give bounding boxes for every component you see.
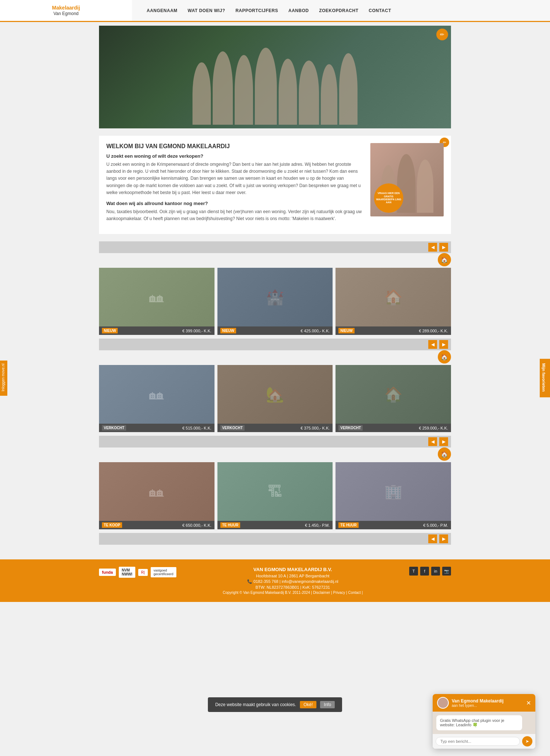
welcome-image: VRAAG HIER EEN GRATIS WAARDEBEPA LING AA… <box>370 143 444 216</box>
property-card-5[interactable]: 🏡 VERKOCHT € 375.000,- K.K. <box>217 365 333 432</box>
footer-contact: VAN EGMOND MAKELAARDIJ B.V. Hoofdstraat … <box>187 567 398 595</box>
property-card-9[interactable]: 🏢 TE HUUR € 5.000,- P.M. <box>336 462 451 529</box>
footer-social: T f in 📷 <box>409 567 451 576</box>
property-card-1[interactable]: 🏘 NIEUW € 399.000,- K.K. <box>99 268 214 335</box>
welcome-text: ✏ WELKOM BIJ VAN EGMOND MAKELAARDIJ U zo… <box>106 143 363 227</box>
property-footer-4: VERKOCHT € 515.000,- K.K. <box>99 424 214 432</box>
property-img-4: 🏘 <box>99 365 214 424</box>
footer-address: Hoofdstraat 10 A | 2861 AP Bergambacht <box>187 574 398 578</box>
right-sidebar-text: Mijn favorieten <box>542 363 546 392</box>
property-img-7: 🏘 <box>99 462 214 521</box>
nav-zoekopdracht[interactable]: ZOEKOPDRACHT <box>319 8 358 13</box>
logo-sub: Van Egmond <box>52 11 80 16</box>
price-6: € 259.000,- K.K. <box>419 426 448 430</box>
next-arrow-2[interactable]: ▶ <box>439 340 448 349</box>
property-section-koop-huur: ◀ ▶ 🏠 🏘 TE KOOP € 650.000,- K.K. 🏗 <box>99 436 451 529</box>
property-footer-9: TE HUUR € 5.000,- P.M. <box>336 521 451 529</box>
welcome-title: WELKOM BIJ VAN EGMOND MAKELAARDIJ <box>106 143 363 150</box>
site-footer: funda NVMNWWI R| vastgoedgecertificeerd … <box>0 559 550 602</box>
property-grid-koop-huur: 🏘 TE KOOP € 650.000,- K.K. 🏗 TE HUUR € 1… <box>99 462 451 529</box>
welcome-subtitle1: U zoekt een woning of wilt deze verkopen… <box>106 153 363 159</box>
welcome-body2: Nou, taxaties bijvoorbeeld. Ook zijn wij… <box>106 208 363 222</box>
footer-copyright: Copyright © Van Egmond Makelaardij B.V. … <box>187 591 398 595</box>
hero-image <box>99 26 451 128</box>
social-linkedin[interactable]: in <box>431 567 440 576</box>
property-img-5: 🏡 <box>217 365 333 424</box>
social-twitter[interactable]: T <box>409 567 418 576</box>
property-nav-bar-3: ◀ ▶ <box>99 436 451 448</box>
footer-btw: BTW: NL823727863B01 | KvK: 57627231 <box>187 585 398 589</box>
next-arrow-1[interactable]: ▶ <box>439 243 448 252</box>
funda-icon-1: 🏠 <box>438 253 451 266</box>
property-footer-5: VERKOCHT € 375.000,- K.K. <box>217 424 333 432</box>
nav-contact[interactable]: CONTACT <box>369 8 391 13</box>
hero-section: ✏ <box>99 26 451 128</box>
footer-nav-bar: ◀ ▶ <box>99 533 451 545</box>
badge-verkocht-2: VERKOCHT <box>220 425 245 431</box>
price-2: € 425.000,- K.K. <box>301 329 330 333</box>
property-footer-7: TE KOOP € 650.000,- K.K. <box>99 521 214 529</box>
footer-logos: funda NVMNWWI R| vastgoedgecertificeerd <box>99 567 176 578</box>
footer-next-arrow[interactable]: ▶ <box>439 534 448 543</box>
navigation: Makelaardij Van Egmond AANGENAAM WAT DOE… <box>0 0 550 22</box>
nwwi-logo: NVMNWWI <box>119 567 135 578</box>
property-footer-1: NIEUW € 399.000,- K.K. <box>99 326 214 335</box>
property-icon-row-1: 🏠 <box>99 253 451 266</box>
funda-icon-3: 🏠 <box>438 448 451 461</box>
social-facebook[interactable]: f <box>420 567 429 576</box>
property-img-1: 🏘 <box>99 268 214 326</box>
property-nav-bar-2: ◀ ▶ <box>99 339 451 350</box>
welcome-section: ✏ WELKOM BIJ VAN EGMOND MAKELAARDIJ U zo… <box>99 136 451 234</box>
social-instagram[interactable]: 📷 <box>442 567 451 576</box>
right-sidebar[interactable]: Mijn favorieten <box>540 359 550 398</box>
footer-prev-arrow[interactable]: ◀ <box>428 534 437 543</box>
footer-inner: funda NVMNWWI R| vastgoedgecertificeerd … <box>99 567 451 595</box>
badge-nieuw-1: NIEUW <box>102 328 118 333</box>
prev-arrow-2[interactable]: ◀ <box>428 340 437 349</box>
funda-icon-2: 🏠 <box>438 350 451 364</box>
main-content: ✏ ✏ WELKOM BIJ VAN EGMOND MAKELAARDIJ U … <box>99 22 451 552</box>
waardebepa-badge[interactable]: VRAAG HIER EEN GRATIS WAARDEBEPA LING AA… <box>374 183 403 213</box>
nav-links: AANGENAAM WAT DOEN WIJ? RAPPORTCIJFERS A… <box>132 0 550 21</box>
vastgoed-logo: vastgoedgecertificeerd <box>151 567 176 577</box>
hero-edit-icon[interactable]: ✏ <box>436 29 448 40</box>
prev-arrow-3[interactable]: ◀ <box>428 437 437 446</box>
property-img-8: 🏗 <box>217 462 333 521</box>
badge-te-huur-1: TE HUUR <box>220 522 240 528</box>
footer-company: VAN EGMOND MAKELAARDIJ B.V. <box>187 567 398 572</box>
property-img-9: 🏢 <box>336 462 451 521</box>
nav-wat-doen-wij[interactable]: WAT DOEN WIJ? <box>188 8 225 13</box>
badge-te-huur-2: TE HUUR <box>338 522 358 528</box>
next-arrow-3[interactable]: ▶ <box>439 437 448 446</box>
welcome-subtitle2: Wat doen wij als allround kantoor nog me… <box>106 201 363 206</box>
rvb-logo: R| <box>138 569 148 576</box>
property-footer-2: NIEUW € 425.000,- K.K. <box>217 326 333 335</box>
badge-nieuw-2: NIEUW <box>220 328 236 333</box>
price-7: € 650.000,- K.K. <box>182 523 212 527</box>
property-img-2: 🏰 <box>217 268 333 326</box>
price-8: € 1.450,- P.M. <box>305 523 330 527</box>
badge-verkocht-3: VERKOCHT <box>338 425 363 431</box>
nav-aanbod[interactable]: AANBOD <box>288 8 309 13</box>
badge-verkocht-1: VERKOCHT <box>102 425 126 431</box>
property-card-7[interactable]: 🏘 TE KOOP € 650.000,- K.K. <box>99 462 214 529</box>
left-sidebar-text: Inloggen move.nl <box>1 363 5 391</box>
prev-arrow-1[interactable]: ◀ <box>428 243 437 252</box>
logo-section[interactable]: Makelaardij Van Egmond <box>0 0 132 21</box>
property-footer-8: TE HUUR € 1.450,- P.M. <box>217 521 333 529</box>
property-footer-6: VERKOCHT € 259.000,- K.K. <box>336 424 451 432</box>
property-grid-verkocht: 🏘 VERKOCHT € 515.000,- K.K. 🏡 VERKOCHT €… <box>99 365 451 432</box>
property-card-4[interactable]: 🏘 VERKOCHT € 515.000,- K.K. <box>99 365 214 432</box>
price-1: € 399.000,- K.K. <box>182 329 212 333</box>
nav-rapportcijfers[interactable]: RAPPORTCIJFERS <box>235 8 278 13</box>
property-card-3[interactable]: 🏠 NIEUW € 289.000,- K.K. <box>336 268 451 335</box>
nav-aangenaam[interactable]: AANGENAAM <box>147 8 177 13</box>
property-footer-3: NIEUW € 289.000,- K.K. <box>336 326 451 335</box>
property-img-3: 🏠 <box>336 268 451 326</box>
badge-te-koop-1: TE KOOP <box>102 522 122 528</box>
property-card-6[interactable]: 🏠 VERKOCHT € 259.000,- K.K. <box>336 365 451 432</box>
left-sidebar[interactable]: Inloggen move.nl <box>0 360 7 395</box>
property-card-8[interactable]: 🏗 TE HUUR € 1.450,- P.M. <box>217 462 333 529</box>
property-card-2[interactable]: 🏰 NIEUW € 425.000,- K.K. <box>217 268 333 335</box>
property-section-nieuw: ◀ ▶ 🏠 🏘 NIEUW € 399.000,- K.K. 🏰 <box>99 241 451 335</box>
